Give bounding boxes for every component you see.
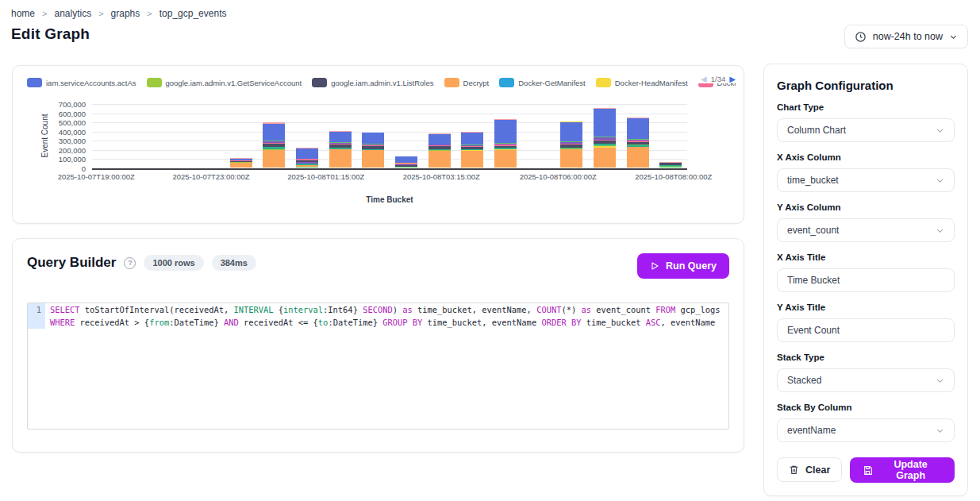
chart-bar [494,119,517,168]
update-graph-button[interactable]: Update Graph [850,457,955,483]
legend-swatch [147,78,162,87]
run-query-button[interactable]: Run Query [637,253,729,279]
chart-panel: iam.serviceAccounts.actAsgoogle.iam.admi… [12,65,744,224]
x-axis-ticks: 2025-10-07T19:00:00Z2025-10-07T23:00:00Z… [92,172,687,183]
stack-type-select[interactable]: Stacked [777,368,955,392]
save-icon [863,465,873,476]
page-title: Edit Graph [11,25,90,43]
y-tick-label: 100,000 [59,155,86,164]
legend-item[interactable]: google.iam.admin.v1.ListRoles [312,78,433,87]
x-axis-column-select[interactable]: time_bucket [777,168,955,192]
bar-segment-orange [263,150,285,168]
field-label-x-axis-title: X Axis Title [777,252,955,262]
stack-by-column-select[interactable]: eventName [777,418,955,442]
breadcrumb-item-analytics[interactable]: analytics [54,8,91,19]
y-axis-column-select[interactable]: event_count [777,218,955,242]
breadcrumb-separator: > [42,9,47,18]
legend-label: Docker-HeadManifest [615,79,688,87]
legend-label: Docker-GetManifest [518,79,585,87]
bar-segment-orange [329,149,352,168]
chevron-down-icon [936,176,944,185]
selected-value: time_bucket [787,175,936,186]
clear-button[interactable]: Clear [777,457,842,482]
bar-segment-blue [296,148,318,160]
bar-segment-blue [429,134,451,145]
chart-bar [329,131,352,168]
bar-segment-blue [395,156,417,163]
chart-bar [263,122,285,168]
x-tick-label: 2025-10-08T08:00:00Z [635,172,712,181]
help-icon[interactable]: ? [124,257,136,269]
legend-label: iam.serviceAccounts.actAs [46,79,136,87]
legend-swatch [499,78,514,87]
stat-badge: 384ms [212,255,256,271]
x-tick-label: 2025-10-07T23:00:00Z [172,172,249,181]
play-icon [650,261,659,271]
bar-segment-orange [494,150,517,168]
breadcrumb-item-home[interactable]: home [11,8,35,19]
chart-bar [659,162,682,168]
bar-segment-orange [230,163,252,168]
editor-gutter: 1 [28,303,45,429]
chart-bar [395,156,417,168]
x-axis-title-input[interactable] [777,268,955,292]
sql-editor[interactable]: 1 SELECT toStartOfInterval(receivedAt, I… [27,303,729,430]
bar-segment-orange [627,147,649,168]
breadcrumb-item-graphs[interactable]: graphs [111,8,140,19]
bar-segment-orange [461,151,483,168]
bar-segment-blue [362,133,384,144]
query-builder-title: Query Builder [27,255,116,271]
bar-segment-blue [627,118,649,139]
breadcrumb-item-top_gcp_events[interactable]: top_gcp_events [159,8,227,19]
legend-swatch [596,78,611,87]
legend-item[interactable]: Decrypt [444,78,490,87]
breadcrumb: home>analytics>graphs>top_gcp_events [11,8,226,19]
breadcrumb-separator: > [147,9,152,18]
y-tick-label: 600,000 [59,109,86,118]
chevron-down-icon [936,126,944,135]
y-tick-label: 400,000 [59,127,86,136]
time-range-selector[interactable]: now-24h to now [844,25,968,48]
x-axis-line [92,168,687,170]
legend-next-icon[interactable]: ▶ [729,75,736,83]
gridline [92,104,687,105]
x-axis-title: Time Bucket [92,195,687,204]
legend-prev-icon[interactable]: ◀ [701,75,707,83]
sql-code: SELECT toStartOfInterval(receivedAt, INT… [45,303,721,429]
config-title: Graph Configuration [777,79,955,92]
x-tick-label: 2025-10-08T03:15:00Z [403,172,480,181]
chart-bar [594,108,616,168]
selected-value: eventName [787,425,936,436]
legend-label: google.iam.admin.v1.ListRoles [331,79,433,87]
y-tick-label: 700,000 [59,100,86,109]
field-label-x-axis-column: X Axis Column [777,152,955,162]
bar-segment-blue [461,133,483,145]
legend-item[interactable]: google.iam.admin.v1.GetServiceAccount [147,78,302,87]
legend-swatch [312,78,327,87]
bar-segment-green [395,167,417,168]
selected-value: Stacked [787,375,936,386]
y-axis-title-input[interactable] [777,318,955,342]
legend-page-indicator: 1/34 [711,75,726,83]
chart-bar [230,158,252,168]
bar-segment-green [659,166,682,168]
y-axis-title-value[interactable] [787,325,944,336]
selected-value: event_count [787,225,936,236]
bar-segment-orange [560,149,582,168]
query-builder-panel: Query Builder ? 1000 rows384ms Run Query… [12,238,744,453]
chart-legend: iam.serviceAccounts.actAsgoogle.iam.admi… [27,76,736,89]
breadcrumb-separator: > [98,9,103,18]
field-label-y-axis-title: Y Axis Title [777,303,955,312]
chevron-down-icon [936,226,944,235]
bar-segment-blue [263,124,285,141]
y-tick-label: 200,000 [59,145,86,154]
chart-bar [362,133,384,168]
legend-item[interactable]: iam.serviceAccounts.actAs [27,78,136,87]
chart-type-select[interactable]: Column Chart [777,118,955,142]
y-tick-label: 300,000 [59,137,86,145]
legend-item[interactable]: Docker-HeadManifest [596,78,688,87]
sql-line: SELECT toStartOfInterval(receivedAt, INT… [50,303,721,316]
x-axis-title-value[interactable] [787,275,944,286]
bar-segment-orange [362,150,384,168]
legend-item[interactable]: Docker-GetManifest [499,78,585,87]
